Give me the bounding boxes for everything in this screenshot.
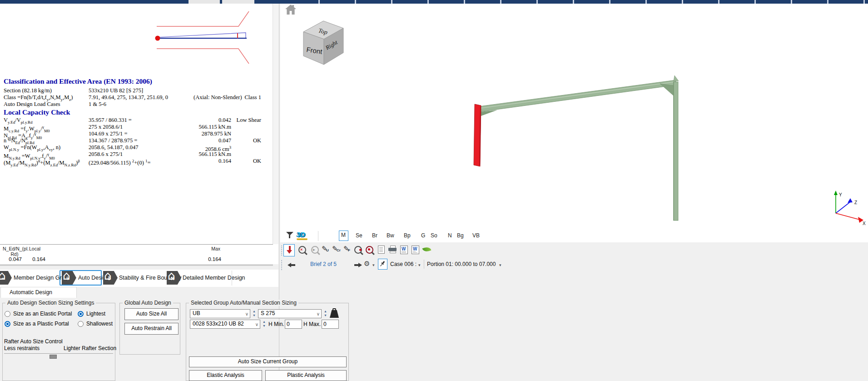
utilisation-wedge: [158, 33, 246, 38]
case-dropdown-caret[interactable]: ▾: [418, 263, 421, 267]
previous-brief-arrow-icon[interactable]: [287, 263, 295, 267]
axis-x-label: X: [863, 221, 866, 226]
section-type-select[interactable]: UB∨: [190, 309, 250, 318]
filter-icon[interactable]: [286, 231, 293, 239]
summary-value-1: 0.047: [4, 256, 22, 262]
utilisation-summary-table: N_Ed/N_(pl. Rd) Local Max 0.047 0.164 0.…: [0, 244, 273, 265]
toggle-nodes[interactable]: N: [448, 232, 452, 239]
case-selector[interactable]: Case 006 :: [390, 261, 417, 267]
toggle-members-selected[interactable]: M: [339, 231, 348, 241]
brief-page-indicator[interactable]: Brief 2 of 5: [310, 261, 337, 267]
grade-spinner[interactable]: ▲▼: [322, 309, 328, 318]
pin-icon: [379, 261, 386, 268]
word-export-icon[interactable]: W: [400, 246, 408, 254]
groupbox-title: Selected Group Auto/Manual Section Sizin…: [189, 300, 298, 306]
radio-elastic-portal-label[interactable]: Size as an Elastic Portal: [13, 311, 72, 317]
zoom-previous-icon[interactable]: ▸: [311, 246, 319, 254]
chevron-down-icon: ∨: [255, 321, 258, 328]
document-icon[interactable]: [378, 246, 385, 254]
elastic-analysis-button[interactable]: Elastic Analysis: [189, 370, 262, 381]
classification-row: Class =Fn(b/T,d/t,fy,N,My,Mz) 7.91, 49.6…: [0, 94, 273, 101]
radio-lightest[interactable]: [78, 311, 84, 317]
summary-max-header: Max: [193, 246, 220, 251]
rafter-slider-handle[interactable]: [50, 355, 57, 359]
toolbar-grip[interactable]: [281, 246, 282, 256]
zoom-detail-icon[interactable]: [354, 246, 362, 254]
weight-icon[interactable]: [330, 308, 340, 319]
auto-size-current-group-button[interactable]: Auto Size Current Group: [189, 356, 347, 367]
stability-fire-icon[interactable]: ⌂ δ: [103, 271, 118, 285]
summary-value-2: 0.164: [29, 256, 45, 262]
right-column-member: [674, 82, 678, 221]
group-sizing-groupbox: Selected Group Auto/Manual Section Sizin…: [186, 303, 349, 381]
toggle-grid[interactable]: G: [421, 232, 425, 239]
section-type-spinner[interactable]: ▲▼: [251, 309, 257, 318]
top-strip-ticks: [283, 0, 868, 4]
radio-elastic-portal[interactable]: [5, 311, 10, 317]
capacity-check-row: MN.y.Rd =Wpl.N.y.fy/γM0 2058.6 x 275/1 5…: [0, 151, 273, 158]
toggle-sections[interactable]: Se: [356, 232, 362, 239]
leaf-icon[interactable]: [422, 246, 432, 253]
pin-toggle-selected[interactable]: [378, 259, 387, 270]
pen-f-icon[interactable]: ✎F: [343, 245, 349, 253]
bolt-glyph-icon: ϟ: [65, 276, 70, 281]
hmax-input[interactable]: [322, 320, 339, 329]
3d-view-icon[interactable]: 3D: [296, 231, 309, 241]
chevron-down-icon: ∨: [245, 310, 248, 318]
toggle-vb[interactable]: VB: [472, 232, 480, 239]
rafter-member: [476, 80, 676, 112]
detailed-member-design-icon[interactable]: ⌂ ⚒: [167, 271, 181, 285]
section-select[interactable]: 0028 533x210 UB 82∨: [190, 320, 260, 329]
tab-detailed-member-design[interactable]: Detailed Member Design: [183, 275, 245, 281]
rafter-slider-track[interactable]: [4, 353, 113, 354]
tab-automatic-design[interactable]: Automatic Design: [0, 287, 77, 298]
toggle-bg[interactable]: Bg: [457, 232, 464, 239]
pen-utilisation-icon[interactable]: ✎U: [322, 245, 327, 253]
member-design-groups-icon[interactable]: ⌂ ∞: [0, 271, 12, 285]
slider-left-label: Less restraints: [4, 345, 40, 351]
top-strip-gap: [188, 0, 254, 4]
tabbar-separator: [232, 271, 232, 286]
toolbar-grip[interactable]: [281, 260, 282, 270]
pen-cr-icon[interactable]: ✎Cr: [332, 245, 338, 253]
radio-lightest-label[interactable]: Lightest: [86, 311, 105, 317]
show-results-arrow-selected[interactable]: [283, 244, 295, 256]
radio-plastic-portal[interactable]: [5, 321, 10, 327]
grade-select[interactable]: S 275∨: [258, 309, 322, 318]
gear-dropdown-caret[interactable]: ▾: [372, 263, 375, 267]
gear-icon[interactable]: ⚙: [364, 260, 370, 268]
capacity-check-row: Npl.Rd =Ag.fy/γM0 104.69 x 275/1 = 2878.…: [0, 130, 273, 137]
zoom-cancel-icon[interactable]: ×: [298, 246, 306, 254]
hmin-input[interactable]: [285, 320, 302, 329]
delta-glyph-icon: δ: [106, 276, 112, 281]
printer-icon[interactable]: [388, 246, 397, 253]
toggle-bp[interactable]: Bp: [404, 232, 411, 239]
section-spinner[interactable]: ▲▼: [261, 320, 267, 329]
toggle-braces[interactable]: Br: [372, 232, 377, 239]
toolbar-separator: [318, 231, 318, 241]
portion-dropdown-caret[interactable]: ▾: [499, 263, 501, 267]
radio-shallowest-label[interactable]: Shallowest: [86, 321, 113, 327]
hmin-label: H Min.: [268, 321, 284, 327]
next-brief-arrow-icon[interactable]: [354, 263, 362, 267]
radio-plastic-portal-label[interactable]: Size as a Plastic Portal: [13, 321, 69, 327]
toggle-bw[interactable]: Bw: [387, 232, 394, 239]
report-scrollbar[interactable]: [273, 4, 279, 244]
apex-tip: [674, 75, 679, 81]
capacity-check-row: Wpl.N.y =Fn(Wpl.y,Avy, n) 2058.6, 54.187…: [0, 144, 273, 151]
radio-shallowest[interactable]: [78, 321, 84, 327]
slider-right-label: Lighter Rafter Section: [64, 345, 116, 351]
portion-selector[interactable]: Portion 01: 00.000 to 07.000: [427, 261, 496, 267]
print-preview-zoom-icon[interactable]: [366, 246, 373, 254]
sizing-settings-groupbox: Auto Design Section Sizing Settings Size…: [2, 303, 115, 381]
link-glyph-icon: ∞: [0, 276, 6, 281]
toggle-so[interactable]: So: [431, 232, 437, 239]
word-template-icon[interactable]: W: [412, 246, 419, 254]
auto-size-all-button[interactable]: Auto Size All: [124, 308, 179, 320]
summary-col2-header: Local: [29, 246, 40, 251]
plastic-analysis-button[interactable]: Plastic Analysis: [265, 370, 347, 381]
capacity-check-row: (My.Ed/MN.y.Rd)α+(Mz.Ed/MN.z.Rd)β (229.0…: [0, 158, 273, 165]
portal-frame-model[interactable]: [280, 4, 868, 242]
auto-restrain-all-button[interactable]: Auto Restrain All: [124, 323, 179, 335]
global-auto-design-groupbox: Global Auto Design Auto Size All Auto Re…: [119, 303, 180, 355]
